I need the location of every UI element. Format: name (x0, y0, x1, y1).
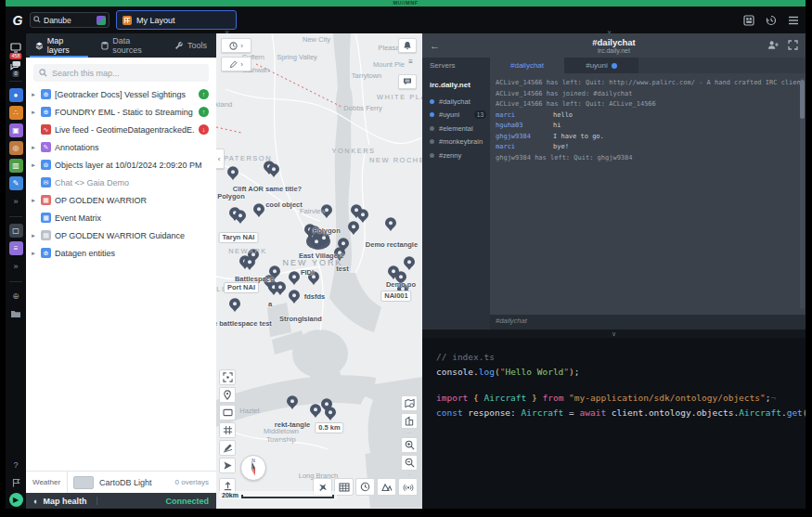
windows-icon[interactable]: ▢ (9, 224, 23, 238)
list-menu-button[interactable] (786, 13, 800, 27)
more-panels-icon[interactable]: » (9, 259, 23, 273)
global-search[interactable]: Danube (30, 12, 110, 28)
layer-row[interactable]: ∿Live feed - GeotimeDatagentrackedE...↓ (26, 121, 216, 138)
tab-uyuni[interactable]: #uyuni (564, 58, 638, 73)
more-tools-icon[interactable]: » (9, 194, 23, 208)
layout-tab[interactable]: My Layout (116, 10, 237, 30)
broadcast-button[interactable] (398, 478, 418, 496)
comments-button[interactable] (398, 74, 417, 89)
compass[interactable]: N (240, 455, 266, 481)
layer-row[interactable]: ►⊕FOUNDRY EML - Static to Streaming - 01… (26, 103, 216, 121)
map-pin[interactable] (244, 256, 255, 270)
layer-row[interactable]: ▦Event Matrix (26, 209, 216, 226)
expand-caret-icon[interactable]: ► (30, 110, 37, 115)
map-pin[interactable] (395, 271, 406, 285)
code-editor[interactable]: // index.tsconsole.log("Hello World");im… (422, 338, 806, 509)
help-icon[interactable]: ? (9, 458, 23, 472)
map-canvas[interactable]: New CityPleasaSuffernSpring ValleyMount … (216, 33, 422, 509)
playback-panel-button[interactable]: › (221, 38, 251, 53)
drop-pin-button[interactable] (219, 387, 236, 403)
layer-row[interactable]: ►▤OP GOLDEN WARRIOR Guidance (26, 226, 216, 244)
message-log[interactable]: ACLive_14566 has left: Quit: http://www.… (490, 73, 806, 315)
messages-icon[interactable]: 0 (9, 58, 23, 72)
layer-row[interactable]: ►⊕[Geotracker Docs] Vessel Sightings↑ (26, 85, 216, 103)
channel-item[interactable]: #monkeybrain (422, 136, 490, 149)
table-view-button[interactable] (334, 478, 354, 496)
map-pin[interactable] (289, 271, 300, 285)
expand-caret-icon[interactable]: ► (30, 251, 37, 256)
zoom-in-button[interactable] (401, 437, 418, 453)
map-pin[interactable] (227, 166, 238, 180)
add-circle-icon[interactable]: ⊕ (9, 289, 23, 303)
displays-icon[interactable]: 458 (9, 41, 23, 55)
stack-icon[interactable]: ≡ (9, 241, 23, 255)
map-pin[interactable] (321, 204, 332, 218)
map-pin[interactable] (357, 209, 368, 223)
map-pin[interactable] (253, 203, 264, 217)
tab-tools[interactable]: Tools (165, 33, 216, 58)
layer-status-up[interactable]: ↑ (199, 89, 209, 99)
layer-status-up[interactable]: ↑ (199, 107, 209, 117)
message-input[interactable]: #dailychat (490, 315, 527, 330)
map-pin[interactable] (235, 210, 246, 224)
map-health-label[interactable]: Map health (43, 497, 86, 506)
center-target-button[interactable] (219, 369, 236, 385)
channel-item[interactable]: #uyuni13 (422, 109, 490, 123)
grid-button[interactable] (219, 422, 236, 438)
tab-data-sources[interactable]: Data sources (92, 33, 165, 58)
basemap-row[interactable]: Weather CartoDB Light 0 overlays (26, 471, 216, 493)
expand-caret-icon[interactable]: ► (30, 92, 37, 97)
time-button[interactable] (355, 478, 375, 496)
collapse-panel-button[interactable]: ‹ (216, 149, 225, 169)
map-pin[interactable] (268, 163, 279, 177)
basemap-settings-button[interactable] (401, 395, 418, 411)
tab-dailychat[interactable]: #dailychat (490, 58, 564, 73)
map-pin[interactable] (310, 404, 321, 418)
layer-row[interactable]: ►⊚Objects layer at 10/01/2024 2:09:20 PM (26, 156, 216, 174)
map-pin[interactable] (325, 407, 336, 420)
draw-rectangle-button[interactable] (219, 405, 236, 420)
weather-button[interactable]: Weather (26, 472, 68, 493)
map-pin[interactable] (308, 271, 319, 285)
org-chart-icon[interactable]: ▥ (9, 159, 23, 173)
add-user-button[interactable] (767, 37, 779, 54)
layer-search-input[interactable]: Search this map... (33, 64, 209, 82)
layer-row[interactable]: ✉Chat <> Gaia Demo (26, 174, 216, 191)
drag-handle-icon[interactable]: ≡ (408, 58, 413, 66)
panels-grid-button[interactable] (741, 13, 755, 27)
channel-item[interactable]: #zenny (422, 149, 490, 162)
draw-freehand-button[interactable] (219, 440, 236, 456)
map-pin[interactable] (287, 395, 298, 409)
folder-icon[interactable] (9, 306, 23, 320)
map-pin[interactable] (275, 281, 286, 295)
measure-button[interactable] (219, 458, 236, 473)
expand-caret-icon[interactable]: ► (30, 198, 37, 203)
layer-row[interactable]: ►⊕Datagen entities (26, 244, 216, 262)
network-nodes-icon[interactable]: ∴ (9, 106, 23, 120)
tab-servers[interactable]: Servers (422, 58, 490, 73)
draw-panel-button[interactable]: › (221, 57, 251, 71)
panel-divider[interactable]: ∨ (422, 330, 806, 338)
map-pin[interactable] (397, 283, 408, 297)
expand-button[interactable] (788, 37, 798, 54)
present-icon[interactable]: ▶ (9, 493, 23, 507)
map-pin[interactable] (229, 298, 240, 312)
expand-caret-icon[interactable]: ► (30, 233, 37, 239)
channel-item[interactable]: #elemental (422, 122, 490, 136)
tab-map-layers[interactable]: Map layers (26, 33, 92, 58)
chat-scrollbar[interactable] (800, 78, 805, 309)
zoom-out-button[interactable] (401, 455, 418, 471)
notifications-button[interactable] (398, 38, 417, 53)
flag-icon[interactable] (9, 475, 23, 489)
map-pin[interactable] (404, 256, 415, 270)
layer-status-down[interactable]: ↓ (199, 124, 209, 135)
buildings-button[interactable] (401, 413, 418, 429)
inspect-icon[interactable]: ◎ (9, 141, 23, 155)
presence-icon[interactable]: ● (9, 88, 23, 102)
server-name[interactable]: irc.daily.net (422, 79, 490, 95)
history-button[interactable] (764, 13, 778, 27)
layer-row[interactable]: ►✎Annotations (26, 138, 216, 156)
flip-layers-button[interactable] (377, 478, 396, 496)
edit-tools-icon[interactable]: ✎ (9, 176, 23, 190)
select-area-icon[interactable]: ▣ (9, 123, 23, 137)
